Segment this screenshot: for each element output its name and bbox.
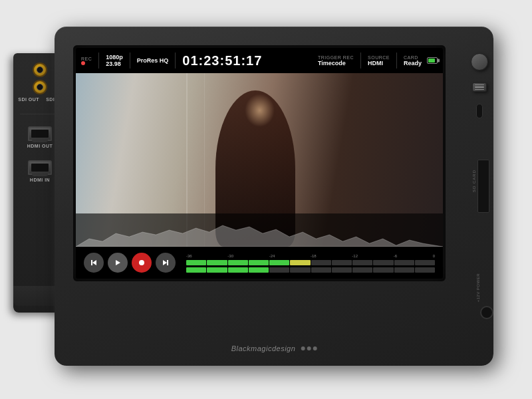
menu-button[interactable] <box>472 82 487 92</box>
device-body: REC 1080p 23.98 ProRes HQ <box>55 27 493 366</box>
prev-button[interactable] <box>84 253 104 273</box>
sdi-out-label: SDI OUT <box>18 97 39 102</box>
play-button[interactable] <box>108 253 128 273</box>
meter-channel-2 <box>186 267 435 273</box>
source-value: HDMI <box>368 60 383 66</box>
power-connector <box>480 306 493 319</box>
hdmi-out-label: HDMI OUT <box>27 144 53 148</box>
svg-marker-0 <box>76 225 443 247</box>
svg-marker-5 <box>163 260 167 265</box>
source-label: SOURCE <box>368 55 390 60</box>
bmd-dot-1 <box>301 346 305 350</box>
card-label: CARD <box>404 55 418 60</box>
timecode-status: 01:23:51:17 <box>182 53 262 68</box>
bmd-dot-2 <box>307 346 311 350</box>
divider-1 <box>98 53 99 68</box>
meter-scale-1 <box>186 260 435 265</box>
bmd-dots <box>301 346 317 350</box>
battery-icon <box>427 57 438 64</box>
power-button[interactable] <box>471 53 488 70</box>
power-label: +12V POWER <box>476 273 480 303</box>
sd-card-label: SD CARD <box>472 170 476 192</box>
bmd-logo: Blackmagicdesign <box>231 344 317 352</box>
divider-2 <box>130 53 130 68</box>
svg-rect-6 <box>167 260 168 265</box>
scene: SDI OUT SDI IN HDMI OUT HDMI IN <box>7 13 525 386</box>
rec-dot <box>81 61 85 65</box>
brand-name: Blackmagicdesign <box>231 344 296 352</box>
hdmi-in-label: HDMI IN <box>30 178 50 182</box>
video-area <box>76 73 443 247</box>
hdmi-in-port <box>28 160 52 175</box>
waveform-overlay <box>76 213 443 247</box>
rec-status: REC <box>81 57 92 65</box>
svg-marker-3 <box>116 260 120 265</box>
audio-meters: -36 -30 -24 -18 -12 -6 0 <box>186 253 435 273</box>
battery-fill <box>428 59 435 63</box>
svg-point-4 <box>139 260 144 265</box>
svg-rect-2 <box>91 260 92 265</box>
trigger-rec-label: TRIGGER REC <box>318 55 354 60</box>
meter-scale-2 <box>186 267 435 273</box>
record-button[interactable] <box>132 253 152 273</box>
resolution-status: 1080p 23.98 <box>106 54 123 67</box>
hdmi-out-port <box>28 126 52 141</box>
status-bar: REC 1080p 23.98 ProRes HQ <box>76 48 443 73</box>
card-value: Ready <box>404 60 422 66</box>
sdi-out-port <box>33 63 47 77</box>
codec-status: ProRes HQ <box>137 57 169 64</box>
sdi-in-port <box>33 80 47 94</box>
source-status: SOURCE HDMI <box>368 55 390 66</box>
svg-marker-1 <box>92 260 96 265</box>
screen: REC 1080p 23.98 ProRes HQ <box>76 48 443 279</box>
framerate-value: 23.98 <box>106 61 121 67</box>
trigger-rec-value: Timecode <box>318 60 346 66</box>
screen-bezel: REC 1080p 23.98 ProRes HQ <box>73 45 446 281</box>
right-controls <box>471 53 488 118</box>
headphone-jack <box>476 104 483 118</box>
meter-labels: -36 -30 -24 -18 -12 -6 0 <box>186 254 435 258</box>
sd-card-slot <box>477 160 489 213</box>
timecode-value: 01:23:51:17 <box>182 53 262 68</box>
rec-label: REC <box>81 57 92 61</box>
divider-3 <box>175 53 176 68</box>
trigger-rec-status: TRIGGER REC Timecode <box>318 55 354 66</box>
bmd-dot-3 <box>313 346 317 350</box>
card-status: CARD Ready <box>404 55 422 66</box>
divider-5 <box>396 53 397 68</box>
meter-channel-1 <box>186 260 435 265</box>
codec-value: ProRes HQ <box>137 57 169 64</box>
next-button[interactable] <box>156 253 176 273</box>
divider-4 <box>360 53 361 68</box>
resolution-value: 1080p <box>106 54 123 61</box>
transport-bar: -36 -30 -24 -18 -12 -6 0 <box>76 247 443 279</box>
